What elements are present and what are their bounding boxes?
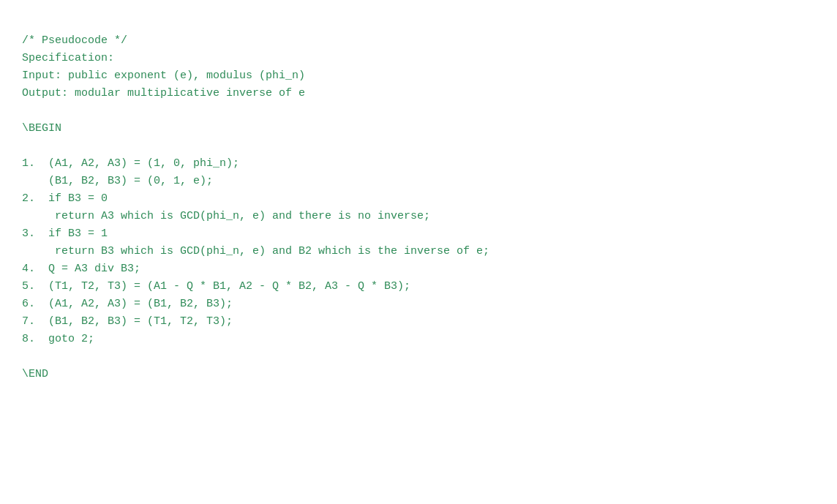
code-line-step1b: (B1, B2, B3) = (0, 1, e); [22,173,815,190]
code-line-spec-label: Specification: [22,50,815,67]
code-line-step4: 4. Q = A3 div B3; [22,260,815,278]
code-line-step3a: 3. if B3 = 1 [22,225,815,243]
code-line-step3b: return B3 which is GCD(phi_n, e) and B2 … [22,243,815,260]
empty-line [22,138,815,155]
code-line-input-line: Input: public exponent (e), modulus (phi… [22,67,815,85]
code-line-step2b: return A3 which is GCD(phi_n, e) and the… [22,208,815,225]
code-line-output-line: Output: modular multiplicative inverse o… [22,85,815,102]
code-line-step7: 7. (B1, B2, B3) = (T1, T2, T3); [22,313,815,331]
code-block: /* Pseudocode */Specification:Input: pub… [0,0,837,398]
code-line-end: \END [22,366,815,383]
empty-line [22,348,815,366]
code-line-begin: \BEGIN [22,120,815,138]
code-line-step6: 6. (A1, A2, A3) = (B1, B2, B3); [22,296,815,313]
code-line-comment: /* Pseudocode */ [22,32,815,50]
code-line-step2a: 2. if B3 = 0 [22,190,815,208]
empty-line [22,102,815,120]
code-line-step8: 8. goto 2; [22,331,815,348]
code-line-step5: 5. (T1, T2, T3) = (A1 - Q * B1, A2 - Q *… [22,278,815,296]
code-line-step1a: 1. (A1, A2, A3) = (1, 0, phi_n); [22,155,815,173]
